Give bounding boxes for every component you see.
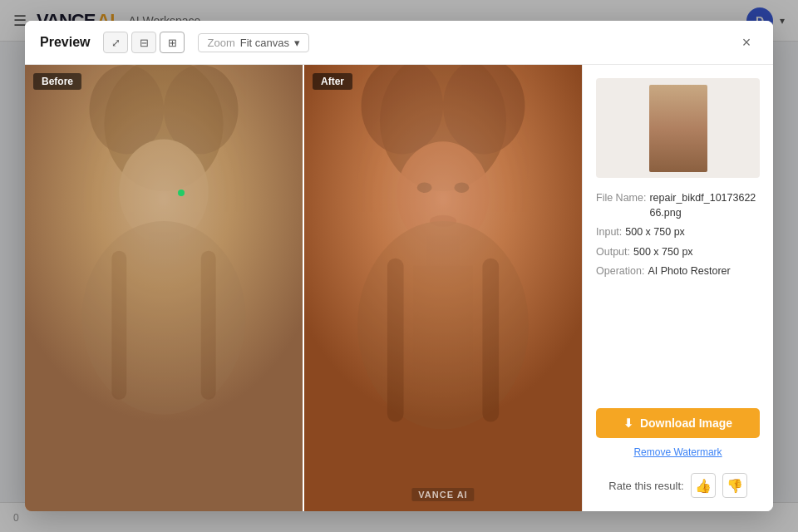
download-label: Download Image (640, 416, 732, 430)
input-label: Input: (596, 225, 622, 240)
view-controls: ⤢ ⊟ ⊞ (103, 32, 185, 53)
after-portrait-svg (304, 65, 582, 511)
zoom-value: Fit canvas (240, 37, 289, 49)
svg-rect-19 (482, 259, 499, 422)
download-icon: ⬇ (623, 416, 633, 430)
grid-view-btn[interactable]: ⊞ (160, 32, 185, 53)
after-image: VANCE AI (304, 65, 582, 511)
rate-section: Rate this result: 👍 👎 (608, 473, 746, 498)
operation-row: Operation: AI Photo Restorer (596, 264, 760, 279)
download-image-button[interactable]: ⬇ Download Image (596, 408, 760, 438)
svg-point-5 (82, 221, 246, 415)
before-label: Before (33, 73, 81, 90)
before-panel: Before (25, 65, 304, 511)
thumbs-down-button[interactable]: 👎 (722, 473, 747, 498)
right-panel: File Name: repair_bikdf_1017362266.png I… (582, 65, 773, 511)
output-label: Output: (596, 245, 630, 260)
input-value: 500 x 750 px (625, 225, 685, 240)
thumbnail-container (596, 78, 760, 178)
svg-point-13 (454, 182, 469, 193)
zoom-chevron-icon: ▾ (294, 37, 300, 49)
before-image (25, 65, 303, 511)
thumbs-up-icon: 👍 (695, 478, 712, 494)
file-info: File Name: repair_bikdf_1017362266.png I… (596, 191, 760, 395)
svg-point-1 (90, 65, 165, 154)
zoom-label: Zoom (207, 37, 234, 49)
thumbnail-image (649, 85, 707, 172)
operation-label: Operation: (596, 264, 644, 279)
close-button[interactable]: × (735, 31, 758, 54)
file-name-value: repair_bikdf_1017362266.png (649, 191, 760, 220)
watermark-text: VANCE AI (411, 488, 474, 501)
modal-title: Preview (40, 35, 90, 50)
svg-point-2 (164, 65, 239, 154)
file-name-row: File Name: repair_bikdf_1017362266.png (596, 191, 760, 220)
file-name-label: File Name: (596, 191, 646, 206)
modal-overlay: Preview ⤢ ⊟ ⊞ Zoom Fit canvas ▾ × Before (0, 0, 798, 532)
input-row: Input: 500 x 750 px (596, 225, 760, 240)
preview-modal: Preview ⤢ ⊟ ⊞ Zoom Fit canvas ▾ × Before (25, 21, 773, 511)
thumbs-down-icon: 👎 (727, 478, 743, 494)
svg-rect-17 (413, 266, 473, 385)
before-portrait-svg (25, 65, 303, 511)
svg-rect-7 (201, 251, 216, 400)
remove-watermark-button[interactable]: Remove Watermark (633, 446, 722, 458)
zoom-control[interactable]: Zoom Fit canvas ▾ (198, 33, 308, 52)
svg-rect-18 (387, 259, 404, 422)
thumbs-up-button[interactable]: 👍 (691, 473, 716, 498)
output-row: Output: 500 x 750 px (596, 245, 760, 260)
operation-value: AI Photo Restorer (648, 264, 730, 279)
svg-rect-6 (111, 251, 126, 400)
output-value: 500 x 750 px (633, 245, 693, 260)
after-panel: After (304, 65, 582, 511)
fullscreen-view-btn[interactable]: ⤢ (103, 32, 128, 53)
image-compare-area: Before (25, 65, 582, 511)
split-view-btn[interactable]: ⊟ (131, 32, 156, 53)
after-label: After (313, 73, 352, 90)
rate-label: Rate this result: (608, 480, 683, 492)
svg-point-12 (417, 182, 432, 193)
modal-header: Preview ⤢ ⊟ ⊞ Zoom Fit canvas ▾ × (25, 21, 773, 65)
actions-area: ⬇ Download Image Remove Watermark Rate t… (596, 408, 760, 498)
modal-body: Before (25, 65, 773, 511)
